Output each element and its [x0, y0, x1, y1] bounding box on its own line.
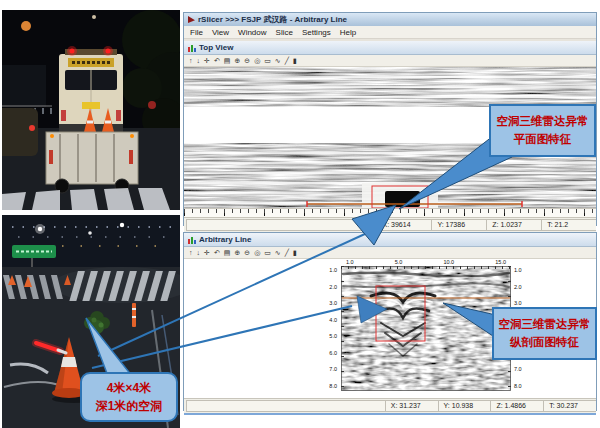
- wall: [2, 65, 46, 107]
- radargram-top-axis-labels: 1.0 5.0 10.0 15.0: [346, 259, 506, 265]
- arbitrary-line-status-bar: X: 31.237 Y: 10.938 Z: 1.4866 T: 30.237: [184, 398, 596, 413]
- void-size-line2: 深1米的空洞: [96, 397, 163, 415]
- arbitrary-line-toolbar: ↑ ↓ ✛ ↶ ▤ ⊕ ⊖ ◎ ▭ ∿ ╱ ▮: [184, 247, 596, 259]
- report-page: rSlicer >>> FSJP 武汉路 - Arbitrary Line Fi…: [0, 0, 600, 428]
- status-t: T: 21.2: [541, 219, 596, 231]
- pan-down-icon[interactable]: ↓: [197, 249, 201, 257]
- undo-icon[interactable]: ↶: [214, 249, 220, 257]
- status-z: Z: 1.0237: [486, 219, 541, 231]
- status-t: T: 30.237: [543, 400, 596, 412]
- menu-help[interactable]: Help: [340, 28, 356, 37]
- pan-up-icon[interactable]: ↑: [189, 57, 193, 65]
- streetlamp-glow: [21, 21, 31, 31]
- app-icon: [188, 16, 195, 23]
- zoom-out-icon[interactable]: ⊖: [244, 249, 250, 257]
- status-z: Z: 1.4866: [490, 400, 543, 412]
- callout-plan-text: 空洞三维雷达异常平面图特征: [495, 113, 590, 148]
- zoom-out-icon[interactable]: ⊖: [244, 57, 250, 65]
- pan-down-icon[interactable]: ↓: [197, 57, 201, 65]
- distance-ruler: [184, 208, 596, 217]
- menu-slice[interactable]: Slice: [276, 28, 293, 37]
- red-light-glow: [148, 101, 156, 109]
- arbitrary-line-panel-header[interactable]: Arbitrary Line: [184, 233, 596, 247]
- pan-up-icon[interactable]: ↑: [189, 249, 193, 257]
- panel-chart-icon: [188, 236, 196, 244]
- move-icon[interactable]: ✛: [204, 249, 210, 257]
- marker-icon[interactable]: ▮: [293, 249, 297, 257]
- marker-icon[interactable]: ▮: [293, 57, 297, 65]
- panel-chart-icon: [188, 44, 196, 52]
- void-size-line1: 4米×4米: [107, 379, 151, 397]
- radargram-canvas[interactable]: [341, 266, 511, 391]
- status-y: Y: 17386: [431, 219, 486, 231]
- menu-bar: File View Window Slice Settings Help: [184, 26, 596, 39]
- parked-car: [2, 108, 38, 156]
- status-x: X: 39614: [377, 219, 432, 231]
- buildings: [2, 215, 180, 267]
- callout-section-text: 空洞三维雷达异常纵剖面图特征: [498, 316, 591, 351]
- top-view-title: Top View: [199, 43, 233, 52]
- target-icon[interactable]: ◎: [254, 57, 260, 65]
- top-view-panel-header[interactable]: Top View: [184, 41, 596, 55]
- menu-view[interactable]: View: [212, 28, 229, 37]
- zoom-in-icon[interactable]: ⊕: [234, 57, 240, 65]
- wave-icon[interactable]: ∿: [275, 249, 281, 257]
- top-view-toolbar: ↑ ↓ ✛ ↶ ▤ ⊕ ⊖ ◎ ▭ ∿ ╱ ▮: [184, 55, 596, 67]
- callout-section-view: 空洞三维雷达异常纵剖面图特征: [492, 307, 597, 360]
- delineator-post: [132, 303, 136, 327]
- callout-plan-view: 空洞三维雷达异常平面图特征: [489, 104, 596, 157]
- line-draw-icon[interactable]: ╱: [285, 57, 289, 65]
- window-title-bar[interactable]: rSlicer >>> FSJP 武汉路 - Arbitrary Line: [184, 13, 596, 26]
- move-icon[interactable]: ✛: [204, 57, 210, 65]
- line-draw-icon[interactable]: ╱: [285, 249, 289, 257]
- survey-vehicle-illustration: [2, 10, 180, 210]
- layers-icon[interactable]: ▤: [224, 57, 231, 65]
- wave-icon[interactable]: ∿: [275, 57, 281, 65]
- menu-window[interactable]: Window: [238, 28, 266, 37]
- rect-select-icon[interactable]: ▭: [264, 57, 271, 65]
- undo-icon[interactable]: ↶: [214, 57, 220, 65]
- status-x: X: 31.237: [385, 400, 438, 412]
- zoom-in-icon[interactable]: ⊕: [234, 249, 240, 257]
- status-y: Y: 10.938: [438, 400, 491, 412]
- arbitrary-line-title: Arbitrary Line: [199, 235, 251, 244]
- layers-icon[interactable]: ▤: [224, 249, 231, 257]
- slice-strip-group-upper: [184, 67, 596, 107]
- radargram-section: [341, 266, 511, 391]
- rect-select-icon[interactable]: ▭: [264, 249, 271, 257]
- callout-void-size: 4米×4米 深1米的空洞: [80, 372, 178, 422]
- window-title: rSlicer >>> FSJP 武汉路 - Arbitrary Line: [198, 14, 347, 25]
- target-icon[interactable]: ◎: [254, 249, 260, 257]
- menu-settings[interactable]: Settings: [302, 28, 331, 37]
- photo-gpr-survey-vehicle: [2, 10, 180, 210]
- menu-file[interactable]: File: [190, 28, 203, 37]
- top-view-status-bar: X: 39614 Y: 17386 Z: 1.0237 T: 21.2: [184, 217, 596, 232]
- radargram-depth-axis-left: 1.02.0 3.04.0 5.06.0 7.08.0: [321, 267, 337, 389]
